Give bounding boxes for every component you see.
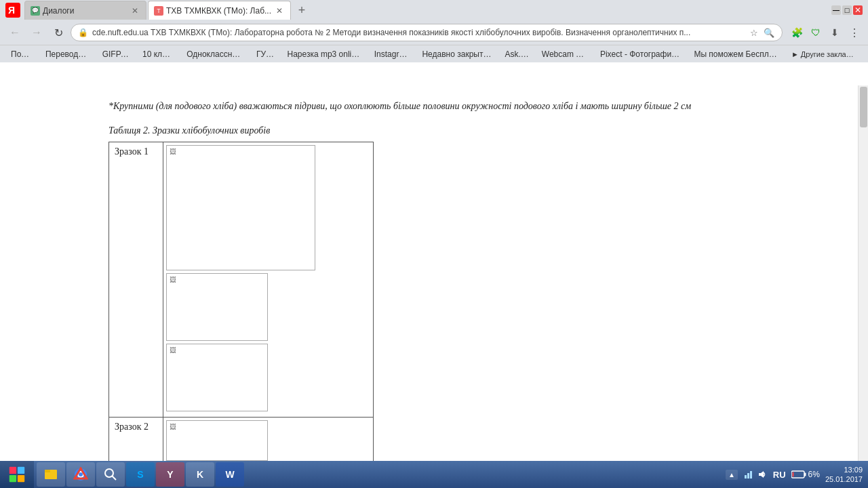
new-tab-button[interactable]: + bbox=[292, 1, 311, 20]
bookmark-pixect[interactable]: Pixect - Фотографир... bbox=[595, 48, 688, 60]
svg-rect-6 bbox=[18, 475, 24, 482]
forward-button[interactable]: → bbox=[27, 23, 46, 42]
table-row: Зразок 1 🖼 🖼 🖼 bbox=[109, 142, 374, 418]
broken-image-icon-2: 🖼 bbox=[167, 273, 179, 286]
svg-line-13 bbox=[112, 476, 116, 480]
bookmark-nedavno[interactable]: Недавно закрытые bbox=[416, 48, 498, 60]
bookmark-my-pomojem[interactable]: Мы поможем Бесплa... bbox=[688, 48, 784, 60]
bookmark-10klass[interactable]: 10 класс bbox=[137, 48, 180, 60]
taskbar-app-chrome[interactable] bbox=[66, 462, 95, 487]
taskbar: S Y K W ▲ RU 6% 13:09 25.01.2017 bbox=[0, 461, 868, 488]
taskbar-app-word[interactable]: W bbox=[216, 462, 244, 487]
tab-label-dialogi: Диалоги bbox=[43, 6, 127, 16]
samples-table: Зразок 1 🖼 🖼 🖼 bbox=[108, 142, 374, 461]
taskbar-app-yandex[interactable]: Y bbox=[156, 462, 184, 487]
broken-image-icon-1: 🖼 bbox=[167, 145, 179, 158]
tray-icons bbox=[743, 469, 768, 480]
broken-image-icon-3: 🖼 bbox=[167, 344, 179, 357]
bookmark-gugol[interactable]: ГУГЛ bbox=[251, 48, 281, 60]
taskbar-tray: ▲ RU 6% 13:09 25.01.2017 bbox=[726, 461, 868, 488]
bookmark-mp3[interactable]: Нарезка mp3 online. bbox=[281, 48, 367, 60]
battery-text: 6% bbox=[808, 470, 820, 479]
bookmark-webcam[interactable]: Webcam Toy bbox=[536, 48, 593, 60]
sample-1-label: Зразок 1 bbox=[109, 142, 163, 418]
svg-rect-16 bbox=[750, 471, 752, 479]
taskbar-app-skype[interactable]: S bbox=[126, 462, 155, 487]
network-icon[interactable] bbox=[743, 469, 754, 480]
bookmark-gifpal[interactable]: GIFPAL bbox=[97, 48, 136, 60]
lock-icon: 🔒 bbox=[78, 28, 88, 37]
table-caption: Таблиця 2. Зразки хлібобулочних виробів bbox=[108, 125, 831, 136]
taskbar-app-search[interactable] bbox=[96, 462, 125, 487]
download-icon[interactable]: ⬇ bbox=[826, 24, 844, 41]
table-row: Зразок 2 🖼 bbox=[109, 418, 374, 462]
tab-close-main[interactable]: ✕ bbox=[274, 5, 285, 16]
extensions-icon[interactable]: 🧩 bbox=[788, 24, 806, 41]
sample-2-images: 🖼 bbox=[163, 418, 374, 462]
svg-rect-18 bbox=[804, 473, 806, 476]
kaspersky-icon[interactable]: 🛡 bbox=[807, 24, 825, 41]
bookmarks-bar: Почта Переводчик GIFPAL 10 класс Однокла… bbox=[0, 45, 868, 62]
sample-2-label: Зразок 2 bbox=[109, 418, 163, 462]
svg-rect-5 bbox=[9, 475, 16, 482]
search-icon[interactable]: 🔍 bbox=[763, 26, 775, 39]
bookmark-instagram[interactable]: Instagram bbox=[369, 48, 416, 60]
speaker-icon[interactable] bbox=[757, 469, 768, 480]
tab-favicon-main: T bbox=[154, 6, 163, 16]
tab-label-main: ТХВ ТХМКВХК (ТМо): Лаб... bbox=[166, 6, 271, 16]
scrollbar-thumb[interactable] bbox=[860, 87, 867, 127]
address-bar[interactable]: 🔒 cde.nuft.edu.ua ТХВ ТХМКВХК (ТМо): Лаб… bbox=[71, 24, 783, 41]
sample-1-images: 🖼 🖼 🖼 bbox=[163, 142, 374, 418]
sample-1-image-3: 🖼 bbox=[166, 344, 268, 411]
sample-1-image-2: 🖼 bbox=[166, 273, 268, 341]
taskbar-apps: S Y K W bbox=[34, 461, 244, 488]
toolbar: 🧩 🛡 ⬇ ⋮ bbox=[788, 24, 863, 41]
titlebar: Я 💬 Диалоги ✕ T ТХВ ТХМКВХК (ТМо): Лаб..… bbox=[0, 0, 868, 20]
svg-rect-14 bbox=[745, 475, 747, 479]
broken-image-icon-4: 🖼 bbox=[167, 420, 179, 433]
svg-rect-3 bbox=[9, 467, 16, 474]
document-body: *Крупними (для подового хліба) вважаютьс… bbox=[0, 85, 858, 461]
svg-rect-4 bbox=[18, 467, 24, 474]
start-button[interactable] bbox=[0, 461, 34, 488]
addressbar: ← → ↻ 🔒 cde.nuft.edu.ua ТХВ ТХМКВХК (ТМо… bbox=[0, 20, 868, 45]
bookmark-askfm[interactable]: Ask.fm bbox=[500, 48, 535, 60]
tray-expand-button[interactable]: ▲ bbox=[726, 470, 738, 480]
scrollbar[interactable] bbox=[858, 85, 868, 461]
tab-main[interactable]: T ТХВ ТХМКВХК (ТМо): Лаб... ✕ bbox=[148, 1, 291, 20]
clock[interactable]: 13:09 25.01.2017 bbox=[825, 465, 863, 485]
tab-favicon-dialogi: 💬 bbox=[31, 6, 40, 16]
reload-button[interactable]: ↻ bbox=[49, 23, 68, 42]
svg-text:Я: Я bbox=[8, 5, 15, 16]
page-content: *Крупними (для подового хліба) вважаютьс… bbox=[0, 85, 858, 461]
tab-dialogi[interactable]: 💬 Диалоги ✕ bbox=[24, 1, 146, 20]
sample-1-image-1: 🖼 bbox=[166, 145, 315, 270]
svg-rect-19 bbox=[792, 472, 793, 477]
bookmark-perevodchik[interactable]: Переводчик bbox=[40, 48, 96, 60]
bookmark-more[interactable]: ► Другие закладки bbox=[786, 49, 863, 60]
svg-rect-8 bbox=[45, 470, 50, 472]
bookmark-star-icon[interactable]: ☆ bbox=[748, 26, 760, 39]
minimize-button[interactable]: ─ bbox=[831, 5, 841, 15]
svg-point-11 bbox=[79, 472, 83, 476]
close-button[interactable]: ✕ bbox=[853, 5, 863, 15]
tab-close-dialogi[interactable]: ✕ bbox=[130, 5, 140, 16]
yandex-logo[interactable]: Я bbox=[3, 0, 23, 20]
bookmark-odnoklassniki[interactable]: Одноклассники bbox=[181, 48, 250, 60]
time-display: 13:09 bbox=[825, 465, 863, 474]
taskbar-app-files[interactable] bbox=[37, 462, 65, 487]
bookmark-pochta[interactable]: Почта bbox=[5, 48, 39, 60]
battery-indicator[interactable]: 6% bbox=[791, 470, 820, 479]
sample-2-image-1: 🖼 bbox=[166, 420, 268, 461]
menu-icon[interactable]: ⋮ bbox=[845, 24, 863, 41]
back-button[interactable]: ← bbox=[5, 23, 24, 42]
footnote-text: *Крупними (для подового хліба) вважаютьс… bbox=[108, 99, 831, 113]
date-display: 25.01.2017 bbox=[825, 474, 863, 484]
language-indicator[interactable]: RU bbox=[773, 470, 786, 480]
svg-rect-15 bbox=[747, 473, 749, 479]
url-text: cde.nuft.edu.ua ТХВ ТХМКВХК (ТМо): Лабор… bbox=[92, 28, 744, 37]
maximize-button[interactable]: □ bbox=[842, 5, 852, 15]
taskbar-app-k[interactable]: K bbox=[186, 462, 214, 487]
